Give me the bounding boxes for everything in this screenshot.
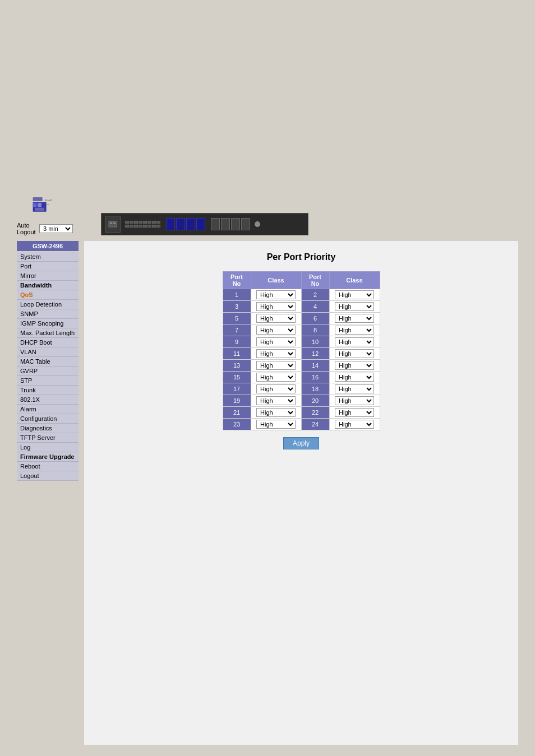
apply-button[interactable]: Apply [283,437,319,449]
class-select-left-1[interactable]: HighLow [256,290,296,299]
class-select-left-10[interactable]: HighLow [256,396,296,405]
class-select-left-11[interactable]: HighLow [256,408,296,417]
sidebar-item-configuration[interactable]: Configuration [17,414,79,424]
sidebar-item-loop-detection[interactable]: Loop Detection [17,300,79,309]
class-select-left-3[interactable]: HighLow [256,314,296,323]
sidebar-item-stp[interactable]: STP [17,376,79,386]
auto-logout-select[interactable]: 3 min Never 5 min 10 min [39,224,73,233]
class-cell-left-7[interactable]: HighLow [251,360,301,372]
class-select-right-2[interactable]: HighLow [335,302,374,311]
sidebar-item-firmware[interactable]: Firmware Upgrade [17,452,79,462]
class-select-left-5[interactable]: HighLow [256,337,296,346]
port-num-right-3: 6 [301,313,329,324]
sidebar-item-alarm[interactable]: Alarm [17,405,79,414]
col-header-class-left: Class [251,272,301,289]
sidebar-item-mirror[interactable]: Mirror [17,271,79,281]
class-select-left-2[interactable]: HighLow [256,302,296,311]
sidebar-item-dhcp-boot[interactable]: DHCP Boot [17,338,79,347]
device-area [101,213,518,235]
class-cell-right-6[interactable]: HighLow [329,348,380,360]
class-cell-left-8[interactable]: HighLow [251,372,301,383]
class-select-right-10[interactable]: HighLow [335,396,374,405]
device-image [101,213,308,235]
sidebar-item-qos[interactable]: QoS [17,290,79,300]
logo-area: level one Auto Logout 3 min Never 5 min … [17,192,73,235]
class-cell-left-5[interactable]: HighLow [251,336,301,348]
sidebar-item-trunk[interactable]: Trunk [17,386,79,395]
class-cell-left-1[interactable]: HighLow [251,289,301,301]
class-cell-left-3[interactable]: HighLow [251,313,301,324]
sidebar-item-mac-table[interactable]: MAC Table [17,357,79,367]
class-select-left-8[interactable]: HighLow [256,373,296,382]
class-cell-right-10[interactable]: HighLow [329,395,380,407]
class-select-right-11[interactable]: HighLow [335,408,374,417]
sidebar: GSW-2496 System Port Mirror Bandwidth Qo… [17,241,79,745]
sidebar-item-igmp-snooping[interactable]: IGMP Snooping [17,319,79,328]
class-select-right-12[interactable]: HighLow [335,420,374,429]
class-cell-right-1[interactable]: HighLow [329,289,380,301]
sidebar-item-vlan[interactable]: VLAN [17,347,79,357]
class-select-left-9[interactable]: HighLow [256,384,296,393]
class-select-left-7[interactable]: HighLow [256,361,296,370]
port-num-right-11: 22 [301,407,329,419]
class-cell-left-9[interactable]: HighLow [251,383,301,395]
class-select-right-4[interactable]: HighLow [335,326,374,335]
logo-device-row: level one Auto Logout 3 min Never 5 min … [0,192,535,235]
svg-rect-3 [38,203,41,207]
class-select-right-6[interactable]: HighLow [335,349,374,358]
class-cell-right-12[interactable]: HighLow [329,419,380,430]
class-cell-right-5[interactable]: HighLow [329,336,380,348]
sidebar-item-port[interactable]: Port [17,262,79,271]
sidebar-item-diagnostics[interactable]: Diagnostics [17,424,79,433]
sidebar-item-log[interactable]: Log [17,443,79,452]
class-cell-right-2[interactable]: HighLow [329,301,380,313]
class-cell-right-7[interactable]: HighLow [329,360,380,372]
port-num-left-2: 3 [223,301,251,313]
apply-btn-row: Apply [283,437,319,449]
port-num-right-12: 24 [301,419,329,430]
class-cell-left-12[interactable]: HighLow [251,419,301,430]
class-select-right-1[interactable]: HighLow [335,290,374,299]
sidebar-item-logout[interactable]: Logout [17,471,79,481]
class-cell-left-2[interactable]: HighLow [251,301,301,313]
class-cell-right-11[interactable]: HighLow [329,407,380,419]
class-select-right-5[interactable]: HighLow [335,337,374,346]
col-header-port-no-left: Port No [223,272,251,289]
port-num-right-8: 16 [301,372,329,383]
sidebar-title: GSW-2496 [17,241,79,251]
port-num-right-2: 4 [301,301,329,313]
sidebar-item-snmp[interactable]: SNMP [17,309,79,319]
class-cell-left-6[interactable]: HighLow [251,348,301,360]
sidebar-item-max-packet[interactable]: Max. Packet Length [17,328,79,338]
class-select-left-12[interactable]: HighLow [256,420,296,429]
col-header-port-no-right: Port No [301,272,329,289]
priority-table: Port No Class Port No Class 1HighLow2Hig… [223,271,380,430]
class-select-right-7[interactable]: HighLow [335,361,374,370]
sidebar-item-bandwidth[interactable]: Bandwidth [17,281,79,290]
class-select-left-6[interactable]: HighLow [256,349,296,358]
class-cell-right-9[interactable]: HighLow [329,383,380,395]
port-num-right-4: 8 [301,324,329,336]
class-cell-left-11[interactable]: HighLow [251,407,301,419]
class-select-left-4[interactable]: HighLow [256,326,296,335]
class-select-right-3[interactable]: HighLow [335,314,374,323]
main-content: Per Port Priority Port No Class Port No … [84,241,518,745]
sidebar-item-system[interactable]: System [17,252,79,262]
port-num-left-10: 19 [223,395,251,407]
class-cell-right-3[interactable]: HighLow [329,313,380,324]
port-num-left-1: 1 [223,289,251,301]
sidebar-item-tftp[interactable]: TFTP Server [17,433,79,443]
svg-rect-4 [35,208,44,211]
class-cell-right-4[interactable]: HighLow [329,324,380,336]
sidebar-item-reboot[interactable]: Reboot [17,462,79,471]
class-cell-left-4[interactable]: HighLow [251,324,301,336]
sidebar-item-8021x[interactable]: 802.1X [17,395,79,405]
port-num-right-7: 14 [301,360,329,372]
class-select-right-8[interactable]: HighLow [335,373,374,382]
levone-logo: level one [28,192,62,220]
class-cell-right-8[interactable]: HighLow [329,372,380,383]
class-select-right-9[interactable]: HighLow [335,384,374,393]
class-cell-left-10[interactable]: HighLow [251,395,301,407]
sidebar-item-gvrp[interactable]: GVRP [17,367,79,376]
device-panel-left [105,216,121,233]
